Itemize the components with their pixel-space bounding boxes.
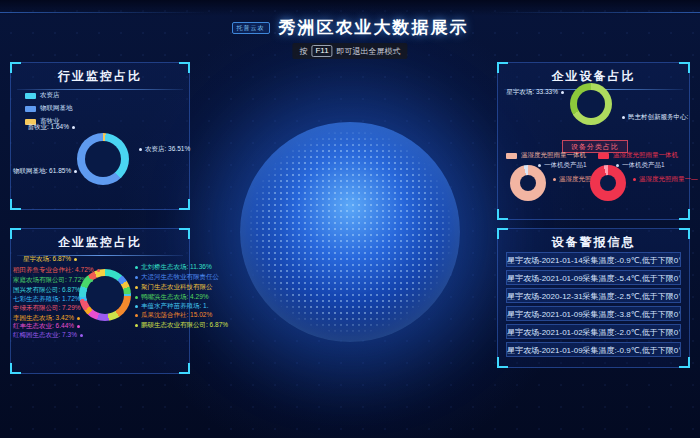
donut-hole: [600, 175, 616, 191]
chart-label: 物联网基地: 61.85%: [13, 167, 75, 176]
chart-label: 丰蕴水产种苗养殖场: 1.: [135, 302, 209, 311]
legend-label: 农资店: [40, 91, 60, 100]
donut-hole: [577, 90, 605, 118]
legend-label: 温湿度光照雨量一体机: [521, 151, 586, 160]
legend-swatch: [506, 153, 517, 159]
globe-dot-map: [248, 130, 452, 334]
chart-label: 一体机类产品1: [538, 161, 587, 170]
brand-logo: 托普云农: [232, 22, 270, 34]
category-donut-chart-right[interactable]: [590, 165, 626, 201]
donut-hole: [85, 141, 121, 177]
chart-label: 民主村创新服务中心:: [622, 113, 688, 122]
alert-row: 星宇农场-2021-01-14采集温度:-0.9℃,低于下限0℃: [506, 252, 681, 267]
panel-device-ratio: 企业设备占比 星宇农场: 33.33% 民主村创新服务中心: 设备分类占比 温湿…: [497, 62, 690, 220]
chart-label: 稻田养鱼专业合作社: 4.72%: [13, 266, 77, 275]
panel-title: 企业监控占比: [11, 234, 189, 251]
industry-donut-chart[interactable]: [77, 133, 129, 185]
alert-row: 星宇农场-2021-01-09采集温度:-0.9℃,低于下限0℃: [506, 342, 681, 357]
legend-swatch: [25, 93, 36, 99]
legend-swatch: [25, 106, 36, 112]
page-title: 秀洲区农业大数据展示: [279, 16, 469, 39]
chart-label: 一体机类产品1: [616, 161, 665, 170]
chart-label: 红梅园生态农业: 7.3%: [13, 331, 77, 340]
chart-label: 温湿度光照雨量一—: [633, 175, 698, 184]
device-donut-chart[interactable]: [570, 83, 612, 125]
legend-label: 温湿度光照雨量一体机: [613, 151, 678, 160]
panel-title: 行业监控占比: [11, 68, 189, 85]
header: 托普云农 秀洲区农业大数据展示: [0, 16, 700, 39]
chart-label: 红丰生态农业: 6.44%: [13, 322, 77, 331]
legend-item[interactable]: 温湿度光照雨量一体机: [598, 151, 678, 160]
chart-label: 瓜果沈荡合作社: 15.02%: [135, 311, 212, 320]
panel-industry-ratio: 行业监控占比 农资店 物联网基地 畜牧业 畜牧业: 1.64% 农资店: 36.…: [10, 62, 190, 210]
dashboard: 托普云农 秀洲区农业大数据展示 按 F11 即可退出全屏模式 行业监控占比 农资…: [0, 0, 700, 438]
chart-label: 鹏硕生态农业有限公司: 6.87%: [135, 321, 228, 330]
category-donut-chart-left[interactable]: [510, 165, 546, 201]
chart-label: 七彩生态养殖场: 1.72%: [13, 295, 77, 304]
chart-label: 国兴发有限公司: 6.87%: [13, 286, 77, 295]
chart-label: 中绿禾有限公司: 7.29%: [13, 304, 77, 313]
title-separator: [17, 89, 183, 90]
donut-hole: [520, 175, 536, 191]
hint-suffix: 即可退出全屏模式: [337, 46, 401, 57]
legend-swatch: [598, 153, 609, 159]
chart-label: 畜牧业: 1.64%: [13, 123, 75, 132]
alert-row: 星宇农场-2021-01-09采集温度:-3.8℃,低于下限0℃: [506, 306, 681, 321]
f11-key-badge: F11: [311, 45, 332, 57]
alert-row: 星宇农场-2021-01-09采集温度:-5.4℃,低于下限0℃: [506, 270, 681, 285]
chart-label: 鸭嘴浜生态农场: 4.29%: [135, 293, 209, 302]
panel-device-alerts: 设备警报信息 星宇农场-2021-01-14采集温度:-0.9℃,低于下限0℃ …: [497, 228, 690, 368]
alert-row: 星宇农场-2021-01-02采集温度:-2.0℃,低于下限0℃: [506, 324, 681, 339]
globe-visual: [240, 122, 460, 342]
top-decor-line-right: [490, 12, 700, 13]
legend-label: 物联网基地: [40, 104, 73, 113]
alert-row: 星宇农场-2020-12-31采集温度:-2.5℃,低于下限0℃: [506, 288, 681, 303]
chart-label: 大运河生态牧业有限责任公: [135, 273, 219, 282]
chart-label: 星宇农场: 6.87%: [13, 255, 77, 264]
legend-item[interactable]: 农资店: [25, 91, 60, 100]
top-band: [0, 0, 700, 16]
chart-label: 北刘桥生态农场: 11.36%: [135, 263, 212, 272]
legend-item[interactable]: 物联网基地: [25, 104, 73, 113]
panel-enterprise-ratio: 企业监控占比 星宇农场: 6.87% 稻田养鱼专业合作社: 4.72% 家庭农场…: [10, 228, 190, 374]
chart-label: 星宇农场: 33.33%: [500, 88, 564, 97]
chart-label: 家庭农场有限公司: 7.72%: [13, 276, 77, 285]
legend-item[interactable]: 温湿度光照雨量一体机: [506, 151, 586, 160]
chart-label: 聚门生态农业科技有限公: [135, 283, 213, 292]
alert-list: 星宇农场-2021-01-14采集温度:-0.9℃,低于下限0℃ 星宇农场-20…: [506, 252, 681, 360]
fullscreen-hint-tooltip: 按 F11 即可退出全屏模式: [292, 43, 407, 59]
hint-prefix: 按: [299, 46, 307, 57]
panel-title: 设备警报信息: [498, 234, 689, 251]
top-decor-line-left: [0, 12, 210, 13]
chart-label: 农资店: 36.51%: [139, 145, 190, 154]
